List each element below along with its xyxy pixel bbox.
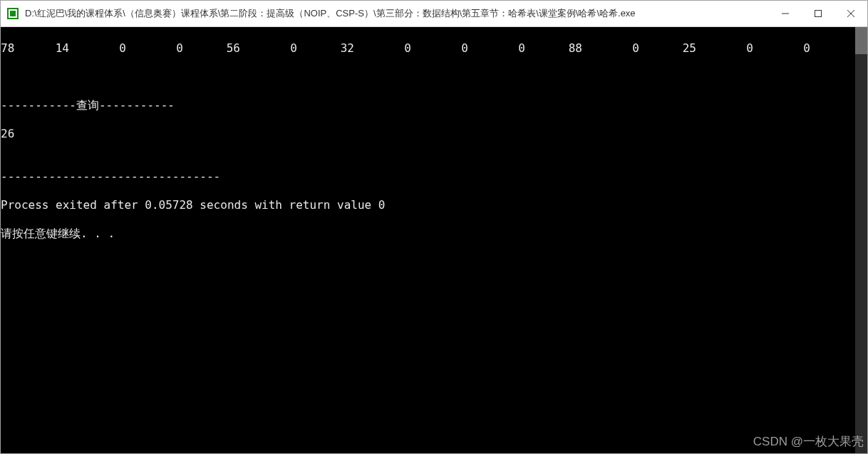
num-cell: 25 [642, 41, 699, 56]
maximize-button[interactable] [802, 1, 835, 26]
separator-line: -------------------------------- [1, 170, 855, 184]
window-title: D:\红泥巴\我的课程体系\（信息奥赛）课程体系\第二阶段：提高级（NOIP、C… [25, 7, 769, 20]
num-cell: 0 [357, 41, 414, 56]
titlebar[interactable]: D:\红泥巴\我的课程体系\（信息奥赛）课程体系\第二阶段：提高级（NOIP、C… [1, 1, 867, 27]
num-cell: 0 [585, 41, 642, 56]
num-cell: 0 [72, 41, 129, 56]
num-cell: 0 [756, 41, 813, 56]
svg-rect-3 [815, 11, 822, 17]
minimize-button[interactable] [769, 1, 802, 26]
num-cell: 0 [243, 41, 300, 56]
num-cell: 0 [129, 41, 186, 56]
process-exit-line: Process exited after 0.05728 seconds wit… [1, 198, 855, 212]
close-button[interactable] [835, 1, 867, 26]
query-header: -----------查询----------- [1, 98, 855, 113]
num-cell: 0 [699, 41, 756, 56]
num-cell: 32 [300, 41, 357, 56]
query-result: 26 [1, 127, 855, 141]
num-cell: 78 [1, 41, 15, 56]
num-cell: 88 [528, 41, 585, 56]
svg-rect-1 [10, 11, 16, 16]
num-cell: 0 [414, 41, 471, 56]
numbers-row: 781400560320008802500 [1, 41, 855, 56]
window-controls [769, 1, 867, 26]
console-output[interactable]: 781400560320008802500 -----------查询-----… [1, 27, 855, 453]
num-cell: 56 [186, 41, 243, 56]
scroll-thumb[interactable] [855, 27, 867, 54]
console-area: 781400560320008802500 -----------查询-----… [1, 27, 867, 453]
vertical-scrollbar[interactable] [855, 27, 867, 453]
continue-prompt: 请按任意键继续. . . [1, 227, 855, 241]
app-window: D:\红泥巴\我的课程体系\（信息奥赛）课程体系\第二阶段：提高级（NOIP、C… [0, 0, 868, 454]
num-cell: 0 [471, 41, 528, 56]
app-icon [6, 7, 19, 20]
num-cell: 14 [15, 41, 72, 56]
